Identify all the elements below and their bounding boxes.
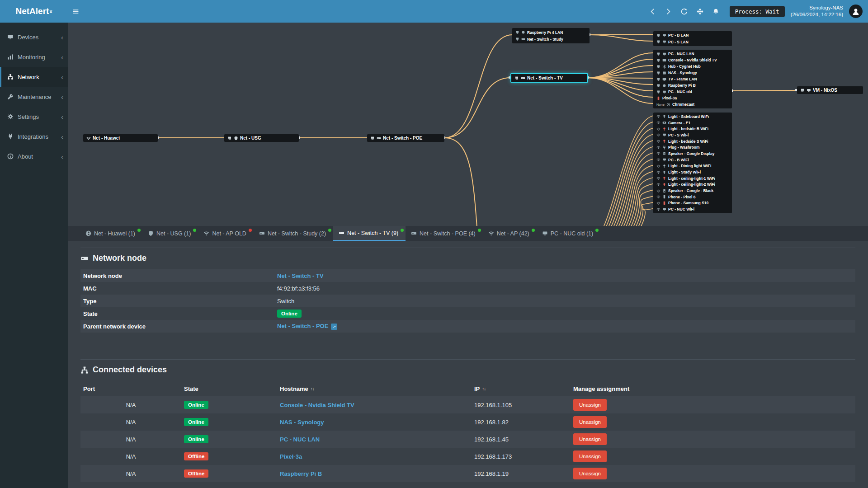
map-device-speaker-google-black[interactable]: Speaker - Google - Black bbox=[653, 188, 732, 194]
shield-icon bbox=[234, 136, 238, 141]
map-device-pc-nuc-lan[interactable]: PC - NUC LAN bbox=[653, 51, 732, 57]
tab-net-switch-study-2[interactable]: Net - Switch - Study (2) bbox=[254, 226, 333, 241]
map-node-net-switch-tv[interactable]: Net - Switch - TV bbox=[510, 73, 588, 83]
column-header-hostname[interactable]: Hostname↑↓ bbox=[277, 385, 472, 392]
shield-icon bbox=[148, 230, 154, 236]
status-dot-green bbox=[532, 229, 535, 232]
map-device-chromecast[interactable]: NoneChromecast bbox=[653, 101, 732, 108]
map-device-pixel-3a[interactable]: Pixel-3a bbox=[653, 95, 732, 101]
sidebar-item-devices[interactable]: Devices‹ bbox=[0, 27, 68, 47]
map-device-pc-nuc-old[interactable]: PC - NUC old bbox=[653, 89, 732, 95]
device-link-raspberry-pi-b[interactable]: Raspberry Pi B bbox=[280, 470, 322, 477]
sidebar-item-network[interactable]: Network‹ bbox=[0, 67, 68, 87]
map-device-speaker-google-display[interactable]: Speaker - Google Display bbox=[653, 150, 732, 157]
map-device-phone-pixel-6[interactable]: Phone - Pixel 6 bbox=[653, 194, 732, 200]
map-device-light-study-wifi[interactable]: Light - Study WiFi bbox=[653, 169, 732, 175]
map-device-light-bedside-b-wifi[interactable]: Light - bedside B WiFi bbox=[653, 126, 732, 132]
device-link-nas-synology[interactable]: NAS - Synology bbox=[280, 419, 324, 426]
sidebar-item-maintenance[interactable]: Maintenance‹ bbox=[0, 87, 68, 107]
wifi-icon bbox=[656, 158, 660, 162]
sidebar-item-label: About bbox=[18, 153, 33, 160]
map-device-console-nvidia-shield-tv[interactable]: Console - Nvidia Shield TV bbox=[653, 57, 732, 63]
map-node-vm-nixos[interactable]: VM - NixOS bbox=[797, 86, 863, 94]
info-icon bbox=[7, 153, 14, 160]
sidebar-item-settings[interactable]: Settings‹ bbox=[0, 107, 68, 127]
cast-icon bbox=[662, 58, 666, 62]
map-device-camera-e1[interactable]: Camera - E1 bbox=[653, 120, 732, 126]
column-header-port: Port bbox=[80, 385, 181, 392]
unassign-button[interactable]: Unassign bbox=[573, 450, 607, 462]
map-device-light-dining-light-wifi[interactable]: Light - Dining light WiFi bbox=[653, 163, 732, 169]
device-link-console-nvidia-shield-tv[interactable]: Console - Nvidia Shield TV bbox=[280, 402, 354, 408]
column-header-ip[interactable]: IP↑↓ bbox=[472, 385, 571, 392]
device-label: Light - bedside B WiFi bbox=[668, 127, 708, 131]
tab-net-usg-1[interactable]: Net - USG (1) bbox=[142, 226, 198, 241]
column-header-label: Hostname bbox=[280, 385, 308, 392]
sort-icon[interactable]: ↑↓ bbox=[482, 386, 486, 391]
device-link-pc-nuc-lan[interactable]: PC - NUC LAN bbox=[280, 436, 320, 443]
eth-icon bbox=[656, 52, 660, 56]
wifi-icon bbox=[656, 114, 660, 118]
map-node-net-switch-poe[interactable]: Net - Switch - POE bbox=[367, 134, 444, 142]
map-device-pc-nuc-wifi[interactable]: PC - NUC WiFi bbox=[653, 206, 732, 212]
device-label: Light - Dining light WiFi bbox=[668, 164, 711, 168]
pan-mode-button[interactable] bbox=[693, 0, 708, 23]
map-device-net-switch-study[interactable]: Net - Switch - Study bbox=[512, 36, 590, 42]
unassign-button[interactable]: Unassign bbox=[573, 399, 607, 411]
state-cell: Online bbox=[181, 401, 277, 409]
map-device-pc-s-wifi[interactable]: PC - S WiFi bbox=[653, 132, 732, 138]
map-device-light-ceiling-light-1-wifi[interactable]: Light - ceiling-light-1 WiFi bbox=[653, 175, 732, 182]
eth-icon bbox=[656, 40, 660, 44]
link-net-switch-tv[interactable]: Net - Switch - TV bbox=[277, 272, 324, 279]
unassign-button[interactable]: Unassign bbox=[573, 468, 607, 479]
map-device-light-sideboard-wifi[interactable]: Light - Sideboard WiFi bbox=[653, 113, 732, 120]
refresh-button[interactable] bbox=[677, 0, 692, 23]
map-device-raspberry-pi-4-lan[interactable]: Raspberry Pi 4 LAN bbox=[512, 29, 590, 36]
map-device-pc-s-lan[interactable]: PC - S LAN bbox=[653, 39, 732, 46]
unassign-button[interactable]: Unassign bbox=[573, 433, 607, 445]
tab-net-ap-42[interactable]: Net - AP (42) bbox=[483, 226, 537, 241]
sidebar-toggle-button[interactable] bbox=[68, 0, 83, 23]
nav-back-button[interactable] bbox=[645, 0, 660, 23]
map-device-hub-cygnet-hub[interactable]: Hub - Cygnet Hub bbox=[653, 63, 732, 70]
nav-forward-button[interactable] bbox=[661, 0, 676, 23]
map-device-nas-synology[interactable]: NAS - Synology bbox=[653, 70, 732, 76]
network-map[interactable]: Net - HuaweiNet - USGNet - Switch - POEN… bbox=[68, 23, 868, 226]
link-net-switch-poe[interactable]: Net - Switch - POE bbox=[277, 323, 328, 329]
tab-label: Net - Switch - TV (9) bbox=[347, 230, 398, 236]
device-label: Speaker - Google Display bbox=[668, 151, 715, 156]
sidebar-item-integrations[interactable]: Integrations‹ bbox=[0, 127, 68, 146]
tab-net-switch-poe-4[interactable]: Net - Switch - POE (4) bbox=[406, 226, 483, 241]
map-node-net-huawei[interactable]: Net - Huawei bbox=[83, 134, 158, 142]
wrench-icon bbox=[7, 94, 14, 100]
map-device-raspberry-pi-b[interactable]: Raspberry Pi B bbox=[653, 82, 732, 89]
map-node-net-usg[interactable]: Net - USG bbox=[224, 134, 299, 142]
map-device-pc-b-wifi[interactable]: PC - B WiFi bbox=[653, 157, 732, 163]
column-header-state: State bbox=[181, 385, 277, 392]
device-link-pixel-3a[interactable]: Pixel-3a bbox=[280, 453, 302, 460]
tab-pc-nuc-old-1[interactable]: PC - NUC old (1) bbox=[537, 226, 600, 241]
tab-net-huawei-1[interactable]: Net - Huawei (1) bbox=[80, 226, 142, 241]
sidebar-item-monitoring[interactable]: Monitoring‹ bbox=[0, 47, 68, 67]
map-device-pc-b-lan[interactable]: PC - B LAN bbox=[653, 32, 732, 39]
map-device-light-bedside-s-wifi[interactable]: Light - bedside S WiFi bbox=[653, 138, 732, 145]
external-link-icon[interactable]: ↗ bbox=[331, 324, 337, 330]
unassign-button[interactable]: Unassign bbox=[573, 416, 607, 428]
user-avatar[interactable] bbox=[849, 5, 863, 18]
map-device-plug-washroom[interactable]: Plug - Washroom bbox=[653, 144, 732, 150]
speaker-icon bbox=[662, 151, 666, 155]
map-device-light-ceiling-light-2-wifi[interactable]: Light - ceiling-light-2 WiFi bbox=[653, 182, 732, 188]
switch-icon bbox=[80, 254, 89, 263]
tab-net-switch-tv-9[interactable]: Net - Switch - TV (9) bbox=[333, 226, 406, 241]
eth-icon bbox=[656, 77, 660, 81]
sort-icon[interactable]: ↑↓ bbox=[311, 386, 314, 391]
notifications-button[interactable] bbox=[708, 0, 724, 23]
app-logo[interactable]: NetAlertx bbox=[0, 0, 68, 23]
tab-net-ap-old[interactable]: Net - AP OLD bbox=[198, 226, 254, 241]
ip-cell: 192.168.1.105 bbox=[472, 402, 571, 408]
map-device-phone-samsung-s10[interactable]: Phone - Samsung S10 bbox=[653, 200, 732, 206]
eth-icon bbox=[370, 136, 375, 141]
map-device-tv-frame-lan[interactable]: TV - Frame LAN bbox=[653, 76, 732, 82]
sidebar-item-about[interactable]: About‹ bbox=[0, 146, 68, 166]
refresh-icon bbox=[681, 8, 688, 15]
